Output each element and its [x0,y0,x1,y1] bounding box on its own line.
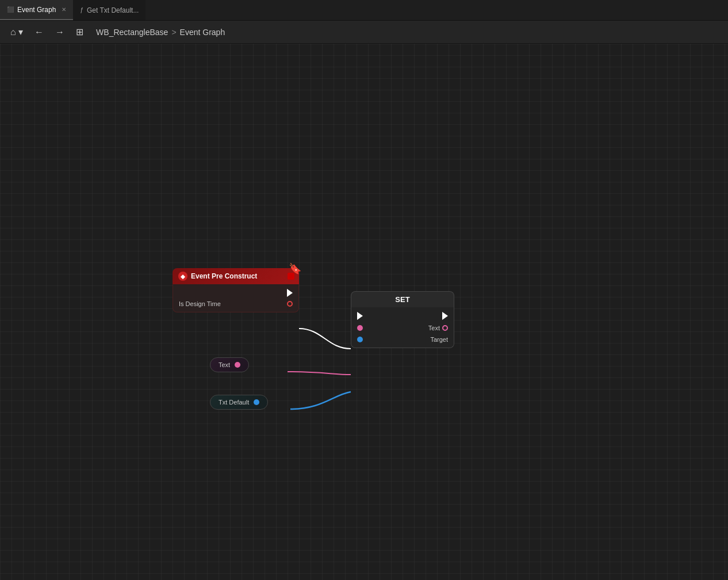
node-set-body: Text Target [351,307,454,348]
node-event-pre-construct-title: Event Pre Construct [191,272,257,280]
bookmark-icon: 🔖 [289,262,301,275]
node-txt-default-pill[interactable]: Txt Default [210,395,268,410]
grid-view-button[interactable]: ⊞ [72,24,87,40]
set-text-label: Text [428,325,440,331]
toolbar: ⌂ ▾ ← → ⊞ WB_RectangleBase > Event Graph [0,21,728,44]
set-target-pin-circle [357,337,363,342]
node-event-pre-construct-header: ◆ Event Pre Construct 🔖 [173,268,299,284]
set-exec-in-pin [357,312,363,320]
node-text-pill[interactable]: Text [210,357,249,372]
breadcrumb-separator: > [171,28,176,37]
breadcrumb: WB_RectangleBase > Event Graph [96,28,225,37]
breadcrumb-root[interactable]: WB_RectangleBase [96,28,168,37]
tab-bar: ⬛ Event Graph ✕ ƒ Get Txt Default... [0,0,728,21]
set-exec-out-pin [442,312,448,320]
set-text-out-pin [442,325,448,331]
set-text-pin-circle [357,325,363,331]
tab-function-icon: ƒ [80,7,83,13]
tab-event-graph-label: Event Graph [17,6,56,14]
txt-default-pill-pin [254,399,259,405]
set-target-pin-row: Target [357,336,448,343]
tab-event-graph-close[interactable]: ✕ [62,6,66,13]
text-pill-pin [235,362,240,368]
exec-out-pin [285,289,293,297]
set-target-label: Target [430,336,448,343]
node-event-pre-construct[interactable]: ◆ Event Pre Construct 🔖 Is Design Time [173,268,299,312]
exec-pin-row [179,289,293,297]
exec-out-arrow [287,289,293,297]
breadcrumb-current: Event Graph [180,28,225,37]
event-node-icon: ◆ [178,272,187,281]
tab-get-txt-default-label: Get Txt Default... [87,6,139,14]
node-event-pre-construct-body: Is Design Time [173,284,299,312]
forward-button[interactable]: → [52,25,68,40]
node-set-title: SET [395,295,409,304]
node-set-header: SET [351,291,454,307]
set-exec-pin-row [357,312,448,320]
text-pill-label: Text [219,361,230,368]
node-set[interactable]: SET Text Target [351,291,454,348]
set-text-pin-row: Text [357,325,448,331]
txt-default-pill-label: Txt Default [219,399,249,406]
back-button[interactable]: ← [31,25,47,40]
tab-event-graph-icon: ⬛ [7,6,14,13]
is-design-time-label: Is Design Time [179,300,221,307]
tab-get-txt-default[interactable]: ƒ Get Txt Default... [73,0,145,20]
home-button[interactable]: ⌂ ▾ [7,24,26,40]
is-design-time-pin-row: Is Design Time [179,300,293,307]
is-design-time-pin-circle [287,301,293,307]
tab-event-graph[interactable]: ⬛ Event Graph ✕ [0,0,73,20]
blueprint-canvas[interactable]: ◆ Event Pre Construct 🔖 Is Design Time S… [0,44,728,580]
